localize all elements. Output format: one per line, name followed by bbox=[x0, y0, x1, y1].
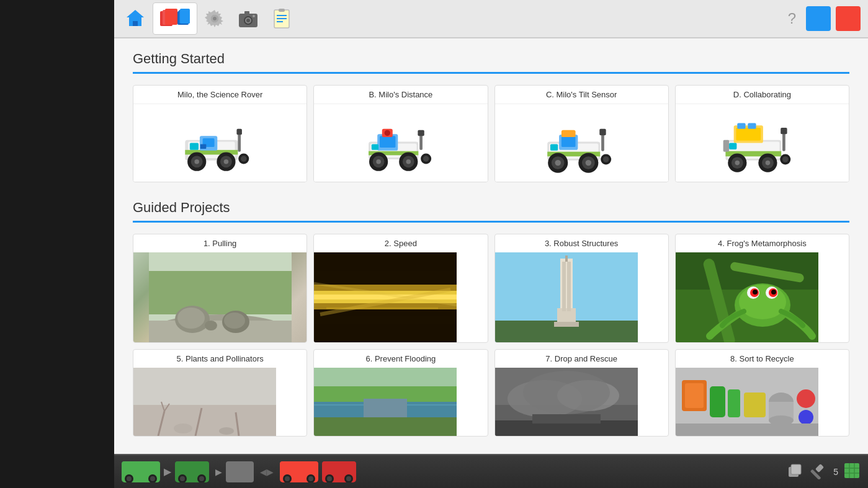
svg-rect-116 bbox=[562, 262, 566, 311]
red-car-2[interactable] bbox=[322, 461, 356, 482]
svg-rect-188 bbox=[791, 464, 801, 474]
svg-rect-133 bbox=[133, 405, 276, 436]
card-drop-and-rescue[interactable]: 7. Drop and Rescue bbox=[494, 349, 669, 437]
card-photo-flood bbox=[314, 368, 487, 436]
red-button[interactable] bbox=[836, 6, 861, 31]
svg-point-32 bbox=[194, 159, 199, 164]
svg-point-125 bbox=[739, 285, 786, 319]
svg-point-73 bbox=[603, 156, 609, 162]
card-title: C. Milo's Tilt Sensor bbox=[495, 86, 668, 104]
svg-rect-57 bbox=[372, 144, 378, 149]
content-area: Getting Started Milo, the Science Rover bbox=[114, 38, 868, 454]
gray-block[interactable] bbox=[226, 461, 254, 482]
robot-svg-3 bbox=[529, 107, 634, 179]
card-milo-science-rover[interactable]: Milo, the Science Rover bbox=[133, 85, 307, 182]
card-title: 2. Speed bbox=[314, 234, 487, 252]
green-car-1[interactable] bbox=[122, 461, 160, 482]
card-prevent-flooding[interactable]: 6. Prevent Flooding bbox=[313, 349, 488, 437]
svg-rect-107 bbox=[314, 252, 457, 271]
svg-rect-166 bbox=[676, 424, 818, 436]
card-title: 5. Plants and Pollinators bbox=[133, 350, 306, 368]
svg-point-14 bbox=[246, 19, 250, 22]
photo-frog-svg bbox=[676, 252, 818, 342]
card-speed[interactable]: 2. Speed bbox=[313, 234, 488, 343]
guided-projects-grid: 1. Pulling bbox=[133, 234, 849, 437]
toolbar-right: ? bbox=[783, 6, 868, 31]
card-title: 7. Drop and Rescue bbox=[495, 350, 668, 368]
card-frogs-metamorphosis[interactable]: 4. Frog's Metamorphosis bbox=[675, 234, 849, 343]
svg-rect-118 bbox=[565, 255, 568, 262]
card-title: 4. Frog's Metamorphosis bbox=[676, 234, 849, 252]
card-pulling[interactable]: 1. Pulling bbox=[133, 234, 307, 343]
card-plants-pollinators[interactable]: 5. Plants and Pollinators bbox=[133, 349, 307, 437]
help-button[interactable]: ? bbox=[783, 7, 801, 30]
svg-rect-117 bbox=[567, 262, 571, 311]
svg-rect-65 bbox=[599, 129, 606, 135]
svg-rect-7 bbox=[180, 9, 190, 24]
home-button[interactable] bbox=[119, 2, 151, 35]
grid-icon[interactable] bbox=[843, 462, 861, 482]
svg-point-35 bbox=[223, 159, 228, 164]
library-button[interactable] bbox=[153, 2, 197, 35]
card-photo-tower bbox=[495, 252, 668, 342]
svg-point-179 bbox=[285, 476, 290, 481]
camera-button[interactable] bbox=[232, 2, 264, 35]
red-car-1[interactable] bbox=[280, 461, 318, 482]
card-robust-structures[interactable]: 3. Robust Structures bbox=[494, 234, 669, 343]
svg-point-165 bbox=[799, 410, 813, 425]
svg-rect-84 bbox=[723, 140, 729, 152]
svg-rect-158 bbox=[710, 386, 725, 417]
svg-rect-115 bbox=[557, 308, 576, 324]
card-milos-distance[interactable]: B. Milo's Distance bbox=[313, 85, 488, 182]
book-icon bbox=[158, 7, 192, 30]
svg-rect-1 bbox=[133, 21, 138, 26]
card-image-area bbox=[314, 104, 487, 182]
svg-rect-62 bbox=[562, 130, 576, 137]
svg-rect-39 bbox=[200, 144, 206, 149]
svg-rect-145 bbox=[364, 399, 407, 417]
card-image-area bbox=[133, 104, 306, 182]
card-image-area bbox=[495, 104, 668, 182]
settings-button[interactable] bbox=[199, 2, 231, 35]
svg-point-37 bbox=[241, 156, 246, 161]
gear-icon bbox=[204, 7, 226, 30]
home-icon bbox=[124, 7, 146, 30]
svg-rect-61 bbox=[562, 136, 576, 147]
svg-point-16 bbox=[253, 15, 255, 17]
svg-rect-160 bbox=[744, 393, 766, 417]
robot-svg-1 bbox=[168, 107, 273, 179]
svg-rect-19 bbox=[279, 9, 285, 12]
svg-point-56 bbox=[423, 156, 429, 161]
svg-rect-108 bbox=[314, 324, 457, 342]
svg-rect-38 bbox=[190, 143, 199, 150]
svg-point-130 bbox=[753, 290, 758, 295]
tool-icon[interactable] bbox=[808, 462, 826, 482]
photo-pulling-svg bbox=[149, 252, 292, 342]
card-image-area bbox=[676, 104, 849, 182]
card-sort-to-recycle[interactable]: 8. Sort to Recycle bbox=[675, 349, 849, 437]
svg-point-102 bbox=[205, 321, 217, 331]
svg-rect-4 bbox=[165, 9, 177, 25]
card-title: 3. Robust Structures bbox=[495, 234, 668, 252]
cube-icon[interactable] bbox=[786, 462, 803, 482]
svg-point-54 bbox=[406, 159, 411, 164]
svg-rect-80 bbox=[748, 123, 756, 128]
green-car-2-svg bbox=[175, 461, 209, 482]
notes-button[interactable] bbox=[266, 2, 298, 35]
robot-svg-2 bbox=[348, 107, 454, 179]
robot-svg-4 bbox=[709, 107, 815, 179]
svg-point-10 bbox=[213, 17, 217, 20]
clipboard-icon bbox=[271, 7, 293, 30]
getting-started-grid: Milo, the Science Rover bbox=[133, 85, 849, 182]
card-milos-tilt-sensor[interactable]: C. Milo's Tilt Sensor bbox=[494, 85, 669, 182]
grid-svg bbox=[843, 462, 861, 479]
svg-point-87 bbox=[735, 161, 740, 166]
green-car-2[interactable] bbox=[175, 461, 209, 482]
card-photo-pulling bbox=[133, 252, 306, 342]
camera-icon bbox=[237, 7, 259, 30]
toolbar-left bbox=[114, 2, 783, 35]
green-car-svg bbox=[122, 461, 160, 482]
card-title: Milo, the Science Rover bbox=[133, 86, 306, 104]
blue-button[interactable] bbox=[806, 6, 831, 31]
card-collaborating[interactable]: D. Collaborating bbox=[675, 85, 849, 182]
